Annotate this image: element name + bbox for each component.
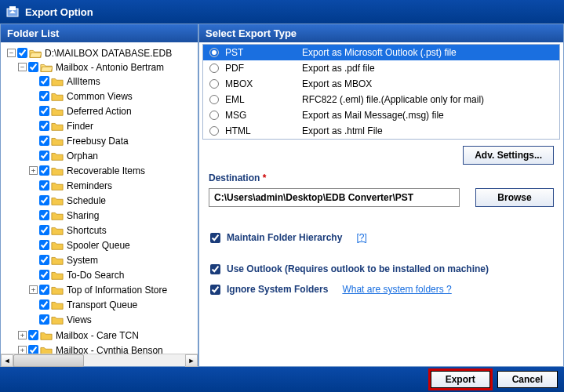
tree-checkbox[interactable]: [17, 48, 27, 58]
export-type-desc: RFC822 (.eml) file.(Applicable only for …: [302, 94, 553, 105]
radio-selected-icon[interactable]: [209, 48, 219, 57]
export-type-row[interactable]: HTML Export as .html File: [203, 123, 559, 139]
tree-item-label[interactable]: Freebusy Data: [67, 136, 129, 147]
ignore-system-option[interactable]: Ignore System Folders What are system fo…: [199, 279, 563, 299]
ignore-system-checkbox[interactable]: [210, 285, 220, 295]
export-type-radio[interactable]: [209, 64, 219, 73]
folder-icon: [51, 285, 64, 296]
tree-checkbox[interactable]: [39, 151, 49, 161]
tree-checkbox[interactable]: [39, 165, 49, 176]
export-type-code: EML: [225, 94, 245, 105]
browse-button[interactable]: Browse: [475, 188, 554, 207]
export-type-list: PST Export as Microsoft Outlook (.pst) f…: [202, 44, 560, 140]
folder-icon: [29, 48, 42, 59]
maintain-hierarchy-checkbox[interactable]: [210, 233, 220, 243]
tree-checkbox[interactable]: [39, 195, 49, 205]
expander-icon[interactable]: +: [29, 285, 38, 294]
export-type-row[interactable]: MSG Export as Mail Message(.msg) file: [203, 107, 559, 123]
export-type-radio[interactable]: [209, 95, 219, 104]
window-title: Export Option: [25, 6, 93, 18]
folder-icon: [51, 299, 64, 310]
tree-checkbox[interactable]: [28, 345, 38, 354]
export-type-radio[interactable]: [209, 79, 219, 89]
maintain-hierarchy-option[interactable]: Maintain Folder Hierarchy [?]: [199, 227, 563, 248]
cancel-button[interactable]: Cancel: [497, 371, 558, 388]
tree-item-label[interactable]: Transport Queue: [67, 299, 137, 310]
tree-checkbox[interactable]: [28, 330, 38, 340]
tree-checkbox[interactable]: [39, 180, 49, 191]
tree-checkbox[interactable]: [39, 210, 49, 220]
tree-item-label[interactable]: Sharing: [67, 210, 99, 221]
tree-checkbox[interactable]: [39, 91, 49, 101]
tree-item-label[interactable]: System: [67, 255, 98, 266]
svg-rect-1: [9, 6, 16, 10]
expander-icon[interactable]: +: [29, 166, 38, 175]
tree-item-label[interactable]: Top of Information Store: [67, 285, 167, 296]
use-outlook-option[interactable]: Use Outlook (Requires outlook to be inst…: [199, 259, 563, 279]
tree-mailbox-label[interactable]: Mailbox - Antonio Bertram: [56, 62, 164, 73]
folder-tree[interactable]: − D:\MAILBOX DATABASE.EDB − Mailbox - An…: [1, 42, 198, 354]
export-type-desc: Export as .pdf file: [302, 63, 553, 74]
folder-icon: [51, 165, 64, 176]
export-type-row[interactable]: PDF Export as .pdf file: [203, 60, 559, 76]
folder-icon: [51, 76, 64, 87]
tree-checkbox[interactable]: [39, 314, 49, 325]
expander-icon[interactable]: +: [18, 331, 27, 339]
titlebar: Export Option: [0, 0, 564, 24]
tree-checkbox[interactable]: [28, 62, 38, 72]
folder-icon: [51, 180, 64, 191]
tree-item-label[interactable]: To-Do Search: [67, 270, 124, 281]
folder-icon: [40, 62, 53, 73]
tree-checkbox[interactable]: [39, 285, 49, 295]
tree-checkbox[interactable]: [39, 270, 49, 280]
tree-checkbox[interactable]: [39, 299, 49, 310]
tree-checkbox[interactable]: [39, 240, 49, 250]
tree-item-label[interactable]: AllItems: [67, 76, 100, 87]
tree-item-label[interactable]: Common Views: [67, 91, 133, 102]
tree-item-label[interactable]: Schedule: [67, 195, 106, 206]
tree-item-label[interactable]: Shortcuts: [67, 225, 107, 236]
expander-icon[interactable]: −: [18, 63, 27, 71]
scroll-right-arrow[interactable]: ►: [185, 354, 198, 367]
tree-checkbox[interactable]: [39, 225, 49, 235]
folder-icon: [51, 136, 64, 147]
tree-mailbox-label[interactable]: Mailbox - Cynthia Benson: [56, 345, 163, 354]
export-type-code: HTML: [225, 125, 251, 136]
tree-item-label[interactable]: Deferred Action: [67, 106, 132, 117]
tree-item-label[interactable]: Spooler Queue: [67, 240, 130, 251]
horizontal-scrollbar[interactable]: ◄ ►: [1, 354, 198, 366]
tree-checkbox[interactable]: [39, 106, 49, 116]
folder-icon: [51, 314, 64, 325]
export-type-row[interactable]: EML RFC822 (.eml) file.(Applicable only …: [203, 92, 559, 107]
folder-icon: [51, 210, 64, 221]
export-type-radio[interactable]: [209, 111, 219, 120]
tree-checkbox[interactable]: [39, 255, 49, 265]
tree-item-label[interactable]: Views: [67, 314, 92, 325]
maintain-help-link[interactable]: [?]: [356, 232, 366, 243]
export-type-row[interactable]: MBOX Export as MBOX: [203, 76, 559, 92]
export-type-code: MSG: [225, 110, 246, 121]
folder-icon: [51, 195, 64, 206]
export-type-code: PDF: [225, 63, 244, 74]
tree-checkbox[interactable]: [39, 76, 49, 86]
tree-checkbox[interactable]: [39, 121, 49, 131]
tree-item-label[interactable]: Reminders: [67, 180, 112, 191]
system-folders-link[interactable]: What are system folders ?: [342, 284, 451, 295]
use-outlook-checkbox[interactable]: [210, 264, 220, 274]
scroll-left-arrow[interactable]: ◄: [1, 354, 13, 367]
tree-item-label[interactable]: Recoverable Items: [67, 165, 145, 176]
tree-item-label[interactable]: Finder: [67, 121, 93, 132]
expander-icon[interactable]: +: [18, 346, 27, 354]
export-button[interactable]: Export: [431, 371, 490, 388]
tree-root-label[interactable]: D:\MAILBOX DATABASE.EDB: [45, 48, 172, 59]
folder-list-header: Folder List: [1, 24, 198, 42]
advanced-settings-button[interactable]: Adv. Settings...: [463, 146, 554, 165]
scroll-thumb[interactable]: [13, 354, 84, 367]
export-type-row[interactable]: PST Export as Microsoft Outlook (.pst) f…: [203, 45, 559, 60]
tree-mailbox-label[interactable]: Mailbox - Care TCN: [56, 330, 139, 341]
export-type-radio[interactable]: [209, 126, 219, 136]
expander-icon[interactable]: −: [7, 49, 16, 57]
destination-input[interactable]: [209, 188, 460, 207]
tree-checkbox[interactable]: [39, 136, 49, 146]
tree-item-label[interactable]: Orphan: [67, 151, 98, 162]
